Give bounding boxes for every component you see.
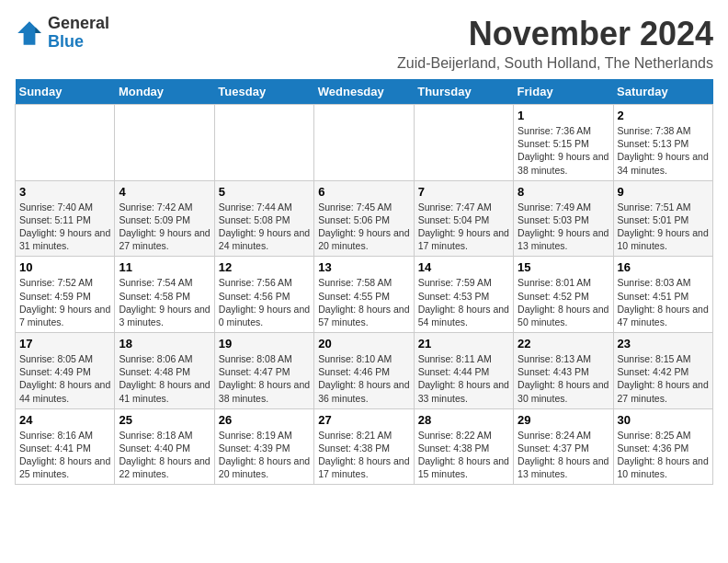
day-cell: 27Sunrise: 8:21 AM Sunset: 4:38 PM Dayli… xyxy=(314,408,414,485)
day-cell: 23Sunrise: 8:15 AM Sunset: 4:42 PM Dayli… xyxy=(613,333,712,409)
day-cell: 6Sunrise: 7:45 AM Sunset: 5:06 PM Daylig… xyxy=(314,180,414,257)
day-cell: 9Sunrise: 7:51 AM Sunset: 5:01 PM Daylig… xyxy=(613,180,712,257)
day-number: 13 xyxy=(318,260,409,274)
day-cell: 25Sunrise: 8:18 AM Sunset: 4:40 PM Dayli… xyxy=(115,408,214,485)
day-info: Sunrise: 8:01 AM Sunset: 4:52 PM Dayligh… xyxy=(518,276,609,328)
day-number: 12 xyxy=(219,260,310,274)
day-number: 25 xyxy=(119,413,210,427)
day-info: Sunrise: 7:54 AM Sunset: 4:58 PM Dayligh… xyxy=(119,276,210,328)
day-info: Sunrise: 8:06 AM Sunset: 4:48 PM Dayligh… xyxy=(119,352,210,405)
day-number: 28 xyxy=(418,413,509,427)
day-cell: 28Sunrise: 8:22 AM Sunset: 4:38 PM Dayli… xyxy=(414,408,513,485)
day-cell: 4Sunrise: 7:42 AM Sunset: 5:09 PM Daylig… xyxy=(115,180,214,257)
day-cell: 14Sunrise: 7:59 AM Sunset: 4:53 PM Dayli… xyxy=(414,257,513,333)
week-row-1: 1Sunrise: 7:36 AM Sunset: 5:15 PM Daylig… xyxy=(16,105,713,181)
day-info: Sunrise: 8:22 AM Sunset: 4:38 PM Dayligh… xyxy=(418,429,509,481)
day-info: Sunrise: 8:08 AM Sunset: 4:47 PM Dayligh… xyxy=(219,352,310,405)
day-number: 17 xyxy=(19,337,110,350)
day-number: 20 xyxy=(318,337,409,350)
day-cell: 24Sunrise: 8:16 AM Sunset: 4:41 PM Dayli… xyxy=(16,408,115,485)
day-number: 29 xyxy=(518,413,609,427)
day-cell xyxy=(115,105,214,181)
day-number: 22 xyxy=(518,337,609,350)
page-header: General Blue November 2024 Zuid-Beijerla… xyxy=(15,15,713,72)
day-number: 19 xyxy=(219,337,310,350)
day-cell: 29Sunrise: 8:24 AM Sunset: 4:37 PM Dayli… xyxy=(514,408,613,485)
day-cell: 12Sunrise: 7:56 AM Sunset: 4:56 PM Dayli… xyxy=(214,257,313,333)
day-cell: 30Sunrise: 8:25 AM Sunset: 4:36 PM Dayli… xyxy=(613,408,712,485)
day-number: 21 xyxy=(418,337,509,350)
week-row-5: 24Sunrise: 8:16 AM Sunset: 4:41 PM Dayli… xyxy=(16,408,713,485)
day-cell: 16Sunrise: 8:03 AM Sunset: 4:51 PM Dayli… xyxy=(613,257,712,333)
day-info: Sunrise: 7:42 AM Sunset: 5:09 PM Dayligh… xyxy=(119,201,210,253)
day-number: 1 xyxy=(518,109,609,122)
day-cell: 11Sunrise: 7:54 AM Sunset: 4:58 PM Dayli… xyxy=(115,257,214,333)
day-info: Sunrise: 8:05 AM Sunset: 4:49 PM Dayligh… xyxy=(19,352,110,405)
day-info: Sunrise: 7:47 AM Sunset: 5:04 PM Dayligh… xyxy=(418,201,509,253)
week-row-3: 10Sunrise: 7:52 AM Sunset: 4:59 PM Dayli… xyxy=(16,257,713,333)
day-cell: 18Sunrise: 8:06 AM Sunset: 4:48 PM Dayli… xyxy=(115,333,214,409)
day-info: Sunrise: 8:10 AM Sunset: 4:46 PM Dayligh… xyxy=(318,352,409,405)
day-number: 11 xyxy=(119,260,210,274)
weekday-header-tuesday: Tuesday xyxy=(214,79,313,105)
weekday-header-wednesday: Wednesday xyxy=(314,79,414,105)
day-number: 16 xyxy=(618,260,709,274)
day-number: 6 xyxy=(318,185,409,199)
day-info: Sunrise: 7:44 AM Sunset: 5:08 PM Dayligh… xyxy=(219,201,310,253)
day-number: 7 xyxy=(418,185,509,199)
week-row-4: 17Sunrise: 8:05 AM Sunset: 4:49 PM Dayli… xyxy=(16,333,713,409)
day-number: 10 xyxy=(19,260,110,274)
day-cell xyxy=(314,105,414,181)
day-cell: 15Sunrise: 8:01 AM Sunset: 4:52 PM Dayli… xyxy=(514,257,613,333)
day-info: Sunrise: 8:21 AM Sunset: 4:38 PM Dayligh… xyxy=(318,429,409,481)
day-info: Sunrise: 7:59 AM Sunset: 4:53 PM Dayligh… xyxy=(418,276,509,328)
day-cell xyxy=(414,105,513,181)
day-number: 30 xyxy=(618,413,709,427)
weekday-header-sunday: Sunday xyxy=(16,79,115,105)
weekday-header-monday: Monday xyxy=(115,79,214,105)
day-cell: 20Sunrise: 8:10 AM Sunset: 4:46 PM Dayli… xyxy=(314,333,414,409)
day-cell: 21Sunrise: 8:11 AM Sunset: 4:44 PM Dayli… xyxy=(414,333,513,409)
day-cell: 8Sunrise: 7:49 AM Sunset: 5:03 PM Daylig… xyxy=(514,180,613,257)
day-info: Sunrise: 7:38 AM Sunset: 5:13 PM Dayligh… xyxy=(618,124,709,177)
day-number: 27 xyxy=(318,413,409,427)
day-info: Sunrise: 7:45 AM Sunset: 5:06 PM Dayligh… xyxy=(318,201,409,253)
day-info: Sunrise: 8:15 AM Sunset: 4:42 PM Dayligh… xyxy=(618,352,709,405)
day-cell: 17Sunrise: 8:05 AM Sunset: 4:49 PM Dayli… xyxy=(16,333,115,409)
weekday-header-saturday: Saturday xyxy=(613,79,712,105)
day-number: 9 xyxy=(618,185,709,199)
month-title: November 2024 xyxy=(397,15,713,53)
location-subtitle: Zuid-Beijerland, South Holland, The Neth… xyxy=(397,55,713,72)
day-info: Sunrise: 8:11 AM Sunset: 4:44 PM Dayligh… xyxy=(418,352,509,405)
weekday-header-thursday: Thursday xyxy=(414,79,513,105)
day-info: Sunrise: 7:40 AM Sunset: 5:11 PM Dayligh… xyxy=(19,201,110,253)
day-cell xyxy=(214,105,313,181)
day-number: 14 xyxy=(418,260,509,274)
day-cell: 2Sunrise: 7:38 AM Sunset: 5:13 PM Daylig… xyxy=(613,105,712,181)
day-info: Sunrise: 8:16 AM Sunset: 4:41 PM Dayligh… xyxy=(19,429,110,481)
day-info: Sunrise: 7:51 AM Sunset: 5:01 PM Dayligh… xyxy=(618,201,709,253)
day-number: 5 xyxy=(219,185,310,199)
day-number: 2 xyxy=(618,109,709,122)
day-number: 15 xyxy=(518,260,609,274)
logo-icon xyxy=(15,18,44,48)
day-info: Sunrise: 8:25 AM Sunset: 4:36 PM Dayligh… xyxy=(618,429,709,481)
day-info: Sunrise: 8:03 AM Sunset: 4:51 PM Dayligh… xyxy=(618,276,709,328)
day-number: 23 xyxy=(618,337,709,350)
logo-text: General Blue xyxy=(48,15,109,52)
day-number: 4 xyxy=(119,185,210,199)
day-info: Sunrise: 8:18 AM Sunset: 4:40 PM Dayligh… xyxy=(119,429,210,481)
weekday-header-friday: Friday xyxy=(514,79,613,105)
day-cell: 19Sunrise: 8:08 AM Sunset: 4:47 PM Dayli… xyxy=(214,333,313,409)
day-info: Sunrise: 7:58 AM Sunset: 4:55 PM Dayligh… xyxy=(318,276,409,328)
title-block: November 2024 Zuid-Beijerland, South Hol… xyxy=(397,15,713,72)
day-info: Sunrise: 7:52 AM Sunset: 4:59 PM Dayligh… xyxy=(19,276,110,328)
day-number: 3 xyxy=(19,185,110,199)
calendar-table: SundayMondayTuesdayWednesdayThursdayFrid… xyxy=(15,79,713,485)
day-number: 26 xyxy=(219,413,310,427)
day-info: Sunrise: 7:36 AM Sunset: 5:15 PM Dayligh… xyxy=(518,124,609,177)
weekday-header-row: SundayMondayTuesdayWednesdayThursdayFrid… xyxy=(16,79,713,105)
day-info: Sunrise: 8:19 AM Sunset: 4:39 PM Dayligh… xyxy=(219,429,310,481)
day-cell: 26Sunrise: 8:19 AM Sunset: 4:39 PM Dayli… xyxy=(214,408,313,485)
day-cell: 7Sunrise: 7:47 AM Sunset: 5:04 PM Daylig… xyxy=(414,180,513,257)
